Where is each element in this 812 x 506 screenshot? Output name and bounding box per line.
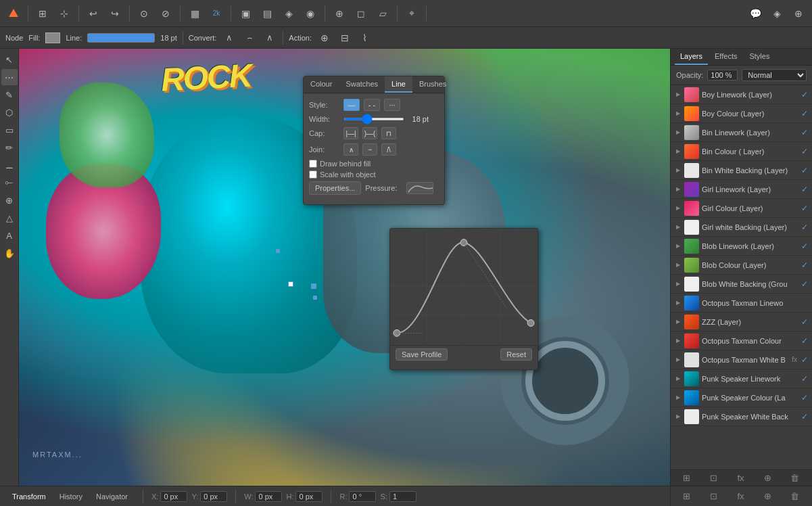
pen-tool[interactable]: ✎ — [1, 87, 18, 103]
layer-visibility-check[interactable]: ✓ — [801, 204, 808, 213]
hand-tool[interactable]: ✋ — [1, 245, 18, 261]
layer-expand-icon[interactable]: ▶ — [675, 148, 682, 155]
y-input[interactable] — [200, 491, 227, 502]
fill-tool[interactable]: ⚊ — [1, 157, 18, 173]
properties-button[interactable]: Properties... — [309, 181, 361, 195]
layer-expand-icon[interactable]: ▶ — [675, 413, 682, 420]
control-point-2[interactable] — [313, 296, 317, 300]
width-slider[interactable] — [343, 118, 404, 120]
layer-visibility-check[interactable]: ✓ — [801, 412, 808, 421]
action-3[interactable]: ⌇ — [358, 31, 373, 45]
layer-expand-icon[interactable]: ▶ — [675, 91, 682, 98]
rb-fx-icon[interactable]: fx — [737, 491, 744, 501]
layers-delete-icon[interactable]: 🗑 — [790, 473, 799, 483]
tab-line[interactable]: Line — [385, 76, 412, 93]
pencil-tool[interactable]: ✏ — [1, 139, 18, 156]
layers-adj-icon[interactable]: ⊕ — [764, 473, 771, 483]
layer-expand-icon[interactable]: ▶ — [675, 243, 682, 250]
control-point-1[interactable] — [276, 249, 280, 253]
tab-swatches[interactable]: Swatches — [339, 76, 385, 93]
layers-add-mask-icon[interactable]: ⊡ — [710, 473, 717, 483]
layer-item[interactable]: ▶Boy Linework (Layer)✓ — [671, 85, 812, 104]
layer-item[interactable]: ▶Punk Speaker Linework✓ — [671, 369, 812, 388]
layer-expand-icon[interactable]: ▶ — [675, 394, 682, 401]
h-input[interactable] — [295, 491, 323, 502]
layer-item[interactable]: ▶Girl Colour (Layer)✓ — [671, 199, 812, 218]
style-dot-btn[interactable]: ··· — [384, 99, 400, 111]
layer-item[interactable]: ▶ZZZ (Layer)✓ — [671, 313, 812, 331]
layer-expand-icon[interactable]: ▶ — [675, 375, 682, 382]
x-input[interactable] — [160, 491, 187, 502]
vector-brush-tool[interactable]: ⬡ — [1, 104, 18, 120]
layer-item[interactable]: ▶Blob Linework (Layer)✓ — [671, 237, 812, 256]
layer-item[interactable]: ▶Blob Colour (Layer)✓ — [671, 256, 812, 275]
symbol-icon[interactable]: ◈ — [279, 4, 298, 23]
zoom-tool[interactable]: △ — [1, 210, 18, 226]
align-icon[interactable]: ⊕ — [330, 4, 349, 23]
scale-checkbox[interactable] — [309, 170, 317, 179]
layer-item[interactable]: ▶Bin Linework (Layer)✓ — [671, 123, 812, 142]
layer-expand-icon[interactable]: ▶ — [675, 300, 682, 306]
canvas-area[interactable]: ROCK MRTAXM... Colour Swatches Line Brus… — [19, 49, 670, 486]
layers-fx-icon[interactable]: fx — [737, 473, 744, 483]
text-tool[interactable]: A — [1, 227, 18, 244]
redo-icon[interactable]: ↪ — [105, 4, 124, 23]
action-2[interactable]: ⊟ — [337, 31, 352, 45]
layer-expand-icon[interactable]: ▶ — [675, 186, 682, 193]
shape-tool[interactable]: ▭ — [1, 122, 18, 138]
convert-sharp-icon[interactable]: ∧ — [262, 31, 277, 45]
layer-expand-icon[interactable]: ▶ — [675, 262, 682, 269]
layer-item[interactable]: ▶Octopus Taxman Colour✓ — [671, 331, 812, 350]
undo-icon[interactable]: ↩ — [84, 4, 103, 23]
cap-butt-btn[interactable]: |—| — [343, 127, 358, 139]
join-round-btn[interactable]: ⌢ — [362, 143, 377, 156]
gradient-tool[interactable]: ⟜ — [1, 175, 18, 191]
cap-round-btn[interactable]: )—( — [362, 127, 377, 139]
layer-visibility-check[interactable]: ✓ — [801, 147, 808, 156]
history-tab[interactable]: History — [53, 490, 89, 503]
transform-icon[interactable]: ◻ — [352, 4, 371, 23]
layer-visibility-check[interactable]: ✓ — [801, 393, 808, 402]
layer-expand-icon[interactable]: ▶ — [675, 129, 682, 136]
layer-visibility-check[interactable]: ✓ — [801, 128, 808, 137]
layers-add-group-icon[interactable]: ⊞ — [683, 473, 690, 483]
layer-item[interactable]: ▶Punk Speaker White Back✓ — [671, 407, 812, 426]
layer-icon[interactable]: ▤ — [258, 4, 277, 23]
app-icon[interactable] — [4, 4, 23, 23]
snap-icon[interactable]: ▦ — [185, 4, 204, 23]
tab-styles[interactable]: Styles — [744, 49, 775, 65]
pixel-icon[interactable]: 2k — [207, 4, 226, 23]
style-dash-btn[interactable]: - - — [364, 99, 380, 111]
select-tool[interactable]: ↖ — [1, 51, 18, 68]
layer-item[interactable]: ▶Girl Linework (Layer)✓ — [671, 180, 812, 199]
join-miter-btn[interactable]: ∧ — [343, 143, 358, 156]
comment-icon[interactable]: 💬 — [746, 4, 765, 23]
fill-color-box[interactable] — [45, 32, 60, 43]
s-input[interactable] — [389, 491, 416, 502]
layer-item[interactable]: ▶Boy Colour (Layer)✓ — [671, 104, 812, 123]
layer-expand-icon[interactable]: ▶ — [675, 224, 682, 231]
layer-visibility-check[interactable]: ✓ — [801, 317, 808, 327]
w-input[interactable] — [255, 491, 282, 502]
layer-item[interactable]: ▶Bin Colour ( Layer)✓ — [671, 142, 812, 161]
layer-item[interactable]: ▶Girl white Backing (Layer)✓ — [671, 218, 812, 237]
path-icon[interactable]: ▱ — [373, 4, 392, 23]
layer-visibility-check[interactable]: ✓ — [801, 355, 808, 365]
layer-expand-icon[interactable]: ▶ — [675, 205, 682, 212]
layer-expand-icon[interactable]: ▶ — [675, 319, 682, 325]
draw-behind-checkbox[interactable] — [309, 160, 317, 168]
layer-expand-icon[interactable]: ▶ — [675, 338, 682, 344]
convert-corner-icon[interactable]: ∧ — [222, 31, 237, 45]
reset-button[interactable]: Reset — [500, 348, 532, 361]
layer-visibility-check[interactable]: ✓ — [801, 223, 808, 232]
layer-item[interactable]: ▶Punk Speaker Colour (La✓ — [671, 388, 812, 407]
selection-node-2[interactable] — [311, 283, 316, 289]
layer-visibility-check[interactable]: ✓ — [801, 242, 808, 251]
pressure-curve-canvas[interactable] — [390, 229, 538, 344]
style-solid-btn[interactable]: — — [343, 99, 360, 111]
community-icon[interactable]: ◈ — [767, 4, 786, 23]
layer-visibility-check[interactable]: ✓ — [801, 109, 808, 118]
blend-mode-select[interactable]: Normal Multiply Screen Overlay — [742, 69, 807, 81]
tab-colour[interactable]: Colour — [304, 76, 339, 93]
selection-node-1[interactable] — [288, 281, 293, 287]
